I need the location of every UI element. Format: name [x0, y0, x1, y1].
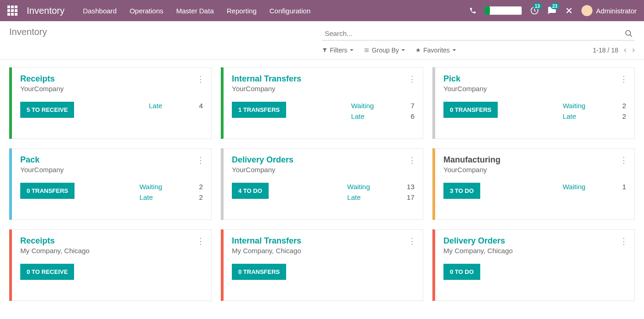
card-stats: Waiting7Late6: [351, 102, 414, 120]
kanban-card: Internal TransfersYourCompany⋮1 TRANSFER…: [221, 67, 423, 139]
stat-value: 1: [622, 183, 626, 191]
card-stats: Waiting2Late2: [139, 183, 203, 201]
kebab-icon[interactable]: ⋮: [620, 74, 628, 84]
card-subtitle: YourCompany: [20, 85, 203, 93]
kebab-icon[interactable]: ⋮: [408, 155, 416, 165]
card-stats: Waiting2Late2: [563, 102, 626, 120]
kanban-card: ReceiptsMy Company, Chicago⋮0 TO RECEIVE: [9, 229, 212, 301]
progress-bar[interactable]: [485, 6, 522, 15]
nav-operations[interactable]: Operations: [130, 7, 163, 15]
kanban-card: PickYourCompany⋮0 TRANSFERSWaiting2Late2: [432, 67, 635, 139]
stat-label[interactable]: Late: [563, 112, 585, 120]
kanban-card: Internal TransfersMy Company, Chicago⋮0 …: [221, 229, 423, 301]
card-subtitle: My Company, Chicago: [443, 247, 626, 255]
card-subtitle: YourCompany: [443, 166, 626, 174]
messages-icon[interactable]: 23: [547, 6, 557, 15]
avatar-icon: [581, 5, 592, 16]
activities-badge: 13: [533, 3, 542, 9]
chevron-down-icon: [350, 48, 354, 52]
stat-label[interactable]: Late: [139, 193, 162, 201]
stat-label[interactable]: Late: [347, 193, 370, 201]
card-action-button[interactable]: 0 TRANSFERS: [443, 102, 498, 118]
card-action-button[interactable]: 0 TRANSFERS: [232, 264, 286, 280]
card-action-button[interactable]: 4 TO DO: [232, 183, 269, 199]
card-stats: Waiting13Late17: [347, 183, 414, 201]
search-input[interactable]: [322, 27, 635, 41]
kanban-card: Delivery OrdersYourCompany⋮4 TO DOWaitin…: [221, 148, 423, 220]
stat-value: 2: [199, 193, 203, 201]
apps-icon[interactable]: [7, 6, 17, 16]
card-title[interactable]: Pack: [20, 155, 203, 165]
stat-label[interactable]: Waiting: [563, 183, 585, 191]
control-panel: Inventory Filters Group By Favorites: [0, 21, 644, 60]
stat-value: 4: [199, 102, 203, 110]
pager-next[interactable]: ›: [632, 45, 635, 55]
kebab-icon[interactable]: ⋮: [620, 155, 628, 165]
kebab-icon[interactable]: ⋮: [408, 74, 416, 84]
nav-configuration[interactable]: Configuration: [270, 7, 310, 15]
nav-dashboard[interactable]: Dashboard: [83, 7, 116, 15]
kanban-view: ReceiptsYourCompany⋮5 TO RECEIVELate4Int…: [0, 60, 644, 308]
card-title[interactable]: Internal Transfers: [232, 74, 414, 84]
app-brand[interactable]: Inventory: [27, 6, 64, 16]
card-action-button[interactable]: 1 TRANSFERS: [232, 102, 286, 118]
user-menu[interactable]: Administrator: [581, 5, 637, 16]
stat-value: 13: [407, 183, 414, 191]
card-title[interactable]: Pick: [443, 74, 626, 84]
card-action-button[interactable]: 5 TO RECEIVE: [20, 102, 74, 118]
nav-master-data[interactable]: Master Data: [176, 7, 214, 15]
card-action-button[interactable]: 3 TO DO: [443, 183, 480, 199]
stat-value: 2: [622, 102, 626, 110]
groupby-button[interactable]: Group By: [364, 46, 405, 54]
card-title[interactable]: Receipts: [20, 74, 203, 84]
filters-button[interactable]: Filters: [322, 46, 354, 54]
stat-value: 2: [199, 183, 203, 191]
kanban-card: Delivery OrdersMy Company, Chicago⋮0 TO …: [432, 229, 635, 301]
stat-value: 2: [622, 112, 626, 120]
card-stats: Late4: [149, 102, 203, 110]
stat-label[interactable]: Waiting: [563, 102, 585, 110]
stat-label[interactable]: Late: [149, 102, 162, 110]
kebab-icon[interactable]: ⋮: [408, 236, 416, 246]
pager-text: 1-18 / 18: [593, 46, 618, 54]
kebab-icon[interactable]: ⋮: [196, 236, 205, 246]
card-title[interactable]: Receipts: [20, 236, 203, 246]
card-action-button[interactable]: 0 TO RECEIVE: [20, 264, 74, 280]
card-subtitle: YourCompany: [232, 85, 414, 93]
stat-label[interactable]: Late: [351, 112, 374, 120]
stat-label[interactable]: Waiting: [139, 183, 162, 191]
kebab-icon[interactable]: ⋮: [620, 236, 628, 246]
navbar: Inventory Dashboard Operations Master Da…: [0, 0, 644, 21]
card-subtitle: YourCompany: [443, 85, 626, 93]
chevron-down-icon: [401, 48, 405, 52]
user-name: Administrator: [596, 7, 637, 15]
activities-icon[interactable]: 13: [530, 6, 539, 15]
phone-icon[interactable]: [469, 7, 477, 14]
card-subtitle: My Company, Chicago: [232, 247, 414, 255]
kanban-card: PackYourCompany⋮0 TRANSFERSWaiting2Late2: [9, 148, 212, 220]
card-title[interactable]: Delivery Orders: [443, 236, 626, 246]
favorites-button[interactable]: Favorites: [415, 46, 456, 54]
kebab-icon[interactable]: ⋮: [196, 74, 205, 84]
stat-label[interactable]: Waiting: [351, 102, 374, 110]
pager-prev[interactable]: ‹: [624, 45, 627, 55]
nav-right: 13 23 Administrator: [469, 5, 637, 16]
card-title[interactable]: Internal Transfers: [232, 236, 414, 246]
card-title[interactable]: Manufacturing: [443, 155, 626, 165]
svg-point-1: [626, 30, 631, 35]
card-action-button[interactable]: 0 TO DO: [443, 264, 480, 280]
messages-badge: 23: [551, 3, 559, 9]
tools-icon[interactable]: [565, 6, 573, 15]
nav-reporting[interactable]: Reporting: [227, 7, 257, 15]
chevron-down-icon: [452, 48, 456, 52]
nav-menu: Dashboard Operations Master Data Reporti…: [83, 7, 469, 15]
card-action-button[interactable]: 0 TRANSFERS: [20, 183, 75, 199]
kebab-icon[interactable]: ⋮: [196, 155, 205, 165]
page-title: Inventory: [9, 27, 322, 41]
card-stats: Waiting1: [563, 183, 626, 191]
card-subtitle: YourCompany: [232, 166, 414, 174]
card-subtitle: YourCompany: [20, 166, 203, 174]
stat-label[interactable]: Waiting: [347, 183, 370, 191]
card-title[interactable]: Delivery Orders: [232, 155, 414, 165]
search-icon[interactable]: [625, 29, 633, 38]
